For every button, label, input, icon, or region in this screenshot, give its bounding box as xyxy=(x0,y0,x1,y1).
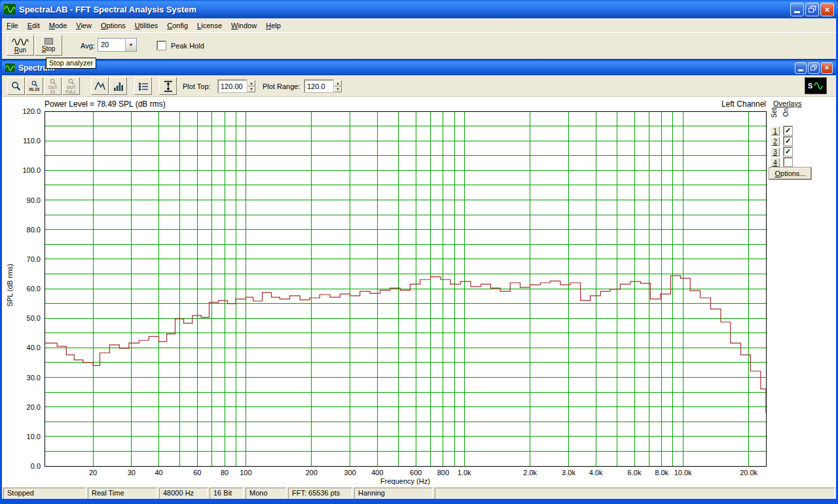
overlay-row-2: 2 ✓ xyxy=(771,136,792,146)
menu-file[interactable]: File xyxy=(2,20,23,31)
svg-text:800: 800 xyxy=(437,469,449,477)
avg-label: Avg: xyxy=(81,42,95,50)
status-mode: Real Time xyxy=(88,488,157,499)
display-list-icon xyxy=(138,82,149,91)
plot-top-up-icon[interactable]: ▲ xyxy=(247,80,255,86)
line-plot-button[interactable] xyxy=(91,77,109,95)
overlays-options-button[interactable]: Options... xyxy=(769,168,811,179)
overlay-on-2-checkbox[interactable]: ✓ xyxy=(784,137,792,145)
avg-value: 20 xyxy=(98,39,125,51)
svg-text:200: 200 xyxy=(306,469,318,477)
peak-hold-checkbox[interactable] xyxy=(157,41,166,50)
spectrum-titlebar[interactable]: Spectrum × xyxy=(2,60,836,75)
menu-mode[interactable]: Mode xyxy=(45,20,72,31)
plot-top-input[interactable]: 120.00 xyxy=(218,80,247,92)
stop-button[interactable]: Stop xyxy=(35,35,62,56)
chart-area: Power Level = 78.49 SPL (dB rms) Left Ch… xyxy=(2,98,836,488)
svg-text:40.0: 40.0 xyxy=(27,344,41,351)
window-title: SpectraLAB - FFT Spectral Analysis Syste… xyxy=(19,5,790,14)
status-run-state: Stopped xyxy=(3,488,86,499)
close-button[interactable]: × xyxy=(820,3,834,16)
tooltip: Stop analyzer xyxy=(46,58,96,69)
plot-top-down-icon[interactable]: ▼ xyxy=(247,86,255,93)
zoom-out-full-label: OUT FULL xyxy=(64,85,79,94)
menu-view[interactable]: View xyxy=(71,20,96,31)
plot-range-input[interactable]: 120.0 xyxy=(304,80,333,92)
svg-text:6.0k: 6.0k xyxy=(628,469,642,477)
zoom-in-2x-button[interactable]: IN 2X xyxy=(26,77,43,95)
avg-dropdown[interactable]: 20 ▼ xyxy=(98,38,137,52)
svg-text:600: 600 xyxy=(410,469,422,477)
app-icon xyxy=(4,4,16,14)
zoom-cursor-button[interactable] xyxy=(7,77,25,95)
client-area: File Edit Mode View Options Utilities Co… xyxy=(2,18,836,499)
menu-options[interactable]: Options xyxy=(96,20,130,31)
zoom-out-2x-label: OUT 2X xyxy=(46,85,60,94)
svg-text:100: 100 xyxy=(240,469,251,477)
titlebar[interactable]: SpectraLAB - FFT Spectral Analysis Syste… xyxy=(0,0,838,18)
overlay-row-1: 1 ✓ xyxy=(771,126,792,135)
menu-license[interactable]: License xyxy=(192,20,227,31)
spectrum-window-controls: × xyxy=(795,62,833,74)
status-sample-rate: 48000 Hz xyxy=(159,488,208,499)
overlay-set-1-button[interactable]: 1 xyxy=(771,126,780,135)
statusbar: Stopped Real Time 48000 Hz 16 Bit Mono F… xyxy=(2,487,836,499)
minimize-button[interactable] xyxy=(790,3,804,16)
status-bit-depth: 16 Bit xyxy=(210,488,244,499)
overlay-set-4-button[interactable]: 4 xyxy=(771,158,780,167)
status-filler xyxy=(435,488,835,499)
menubar: File Edit Mode View Options Utilities Co… xyxy=(2,18,836,33)
overlay-set-3-button[interactable]: 3 xyxy=(771,147,780,156)
plot-range-down-icon[interactable]: ▼ xyxy=(334,86,342,93)
restore-button[interactable] xyxy=(805,3,819,16)
menu-edit[interactable]: Edit xyxy=(23,20,45,31)
run-wave-icon xyxy=(12,37,29,46)
svg-text:1.0k: 1.0k xyxy=(458,469,471,477)
run-button[interactable]: Run xyxy=(7,35,34,56)
zoom-in-2x-label: IN 2X xyxy=(27,87,42,92)
overlay-on-4-checkbox[interactable] xyxy=(784,158,792,166)
spectrum-plot[interactable]: 0.010.020.030.040.050.060.070.080.090.01… xyxy=(2,98,836,488)
zoom-out-2x-button[interactable]: OUT 2X xyxy=(44,77,62,95)
stop-icon xyxy=(45,38,53,45)
svg-text:110.0: 110.0 xyxy=(23,137,41,145)
svg-text:60: 60 xyxy=(193,469,201,477)
zoom-out-full-button[interactable]: OUT FULL xyxy=(62,77,80,95)
signal-source-button[interactable]: S xyxy=(805,77,827,94)
plot-top-spinner: 120.00 ▲ ▼ xyxy=(218,80,255,92)
plot-range-label: Plot Range: xyxy=(263,82,300,90)
overlay-on-3-checkbox[interactable]: ✓ xyxy=(784,147,792,156)
svg-text:120.0: 120.0 xyxy=(22,107,41,115)
overlay-on-1-checkbox[interactable]: ✓ xyxy=(784,126,792,135)
bar-plot-button[interactable] xyxy=(109,77,127,95)
main-toolbar: Run Stop Avg: 20 ▼ Peak Hold xyxy=(2,33,836,59)
menu-window[interactable]: Window xyxy=(227,20,261,31)
restore-icon xyxy=(809,6,816,12)
spectrum-toolbar: IN 2X OUT 2X OUT FULL Plot Top: xyxy=(2,75,836,97)
magnifier-in-icon xyxy=(31,81,38,87)
status-window-function: Hanning xyxy=(354,488,433,499)
spectrum-close-button[interactable]: × xyxy=(821,62,833,74)
menu-help[interactable]: Help xyxy=(261,20,285,31)
svg-text:20.0: 20.0 xyxy=(27,403,41,411)
overlays-on-header: On xyxy=(782,108,790,117)
dropdown-arrow-icon[interactable]: ▼ xyxy=(125,39,136,51)
overlay-row-3: 3 ✓ xyxy=(771,147,792,156)
display-options-button[interactable] xyxy=(134,77,152,95)
menu-utilities[interactable]: Utilities xyxy=(130,20,162,31)
plot-range-up-icon[interactable]: ▲ xyxy=(334,80,342,86)
spectrum-minimize-button[interactable] xyxy=(795,62,807,74)
svg-text:10.0: 10.0 xyxy=(27,433,41,441)
svg-text:30.0: 30.0 xyxy=(27,374,41,382)
svg-text:90.0: 90.0 xyxy=(27,196,41,204)
spectrum-restore-button[interactable] xyxy=(808,62,820,74)
spectrum-window-icon xyxy=(5,63,15,72)
bar-plot-icon xyxy=(113,82,124,91)
svg-text:400: 400 xyxy=(371,469,383,477)
menu-config[interactable]: Config xyxy=(162,20,192,31)
overlay-set-2-button[interactable]: 2 xyxy=(771,137,780,146)
overlays-panel: Overlays Set On 1 ✓ 2 ✓ 3 ✓ 4 xyxy=(768,99,836,283)
spectrum-title: Spectrum xyxy=(18,63,795,73)
fit-vertical-button[interactable] xyxy=(159,77,177,95)
svg-text:3.0k: 3.0k xyxy=(562,469,575,477)
